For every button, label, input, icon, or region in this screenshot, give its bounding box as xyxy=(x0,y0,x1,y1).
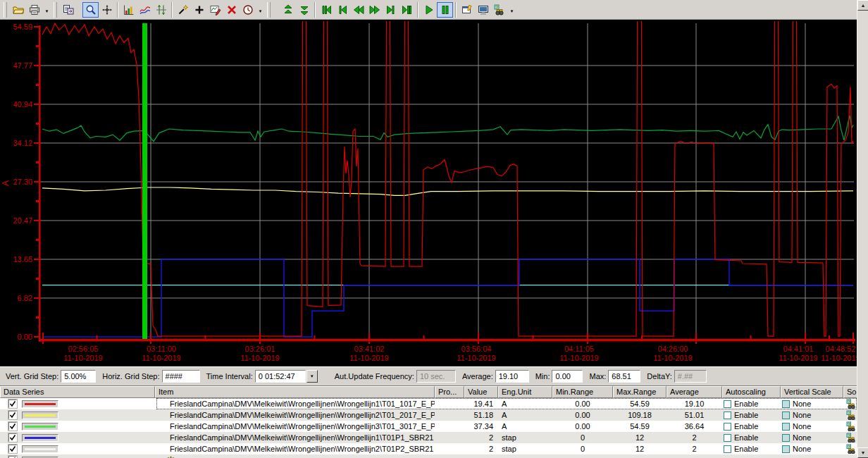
column-header-min-range[interactable]: Min.Range xyxy=(552,386,613,398)
check-icon xyxy=(9,400,16,407)
datasource-icon[interactable]: ? xyxy=(846,410,857,420)
y-tick-label: 13.65 xyxy=(13,255,32,264)
step-back-button[interactable] xyxy=(334,2,350,18)
table-row[interactable]: FrieslandCampina\DMV\Melkeiwit\Wrongelli… xyxy=(0,398,868,409)
vert-grid-step-field[interactable]: 5.00% xyxy=(61,370,96,383)
print-button[interactable] xyxy=(26,2,42,18)
trend-chart-area[interactable]: 54.5947.7740.9434.1227.3020.4713.656.820… xyxy=(0,20,868,366)
toolbar-grip xyxy=(4,2,7,18)
column-header-value[interactable]: Value xyxy=(464,386,498,398)
play-button[interactable] xyxy=(421,2,437,18)
datasource-icon[interactable]: ? xyxy=(846,421,857,431)
pan-icon xyxy=(101,4,113,16)
time-range-button[interactable] xyxy=(240,2,256,18)
max-range-cell: 12 xyxy=(613,432,666,443)
pan-mode-button[interactable] xyxy=(99,2,115,18)
step-forward-button[interactable] xyxy=(383,2,399,18)
eng-unit-cell xyxy=(498,454,552,458)
table-row[interactable] xyxy=(0,454,868,458)
x-tick-time: 04:41:01 xyxy=(783,345,814,353)
series-visibility-checkbox[interactable] xyxy=(8,400,17,408)
time-interval-field[interactable]: 0 01:52:47 xyxy=(255,370,306,383)
delete-series-button[interactable] xyxy=(223,2,240,18)
display-settings-button[interactable] xyxy=(475,2,491,18)
item-cell xyxy=(155,454,435,458)
datasource-icon[interactable]: ? xyxy=(846,433,857,442)
properties-icon xyxy=(461,4,473,16)
add-series-button[interactable] xyxy=(191,2,207,18)
vertical-scrollbar[interactable]: ▲ ▼ xyxy=(857,0,868,458)
table-header-row: Data SeriesItemPro...ValueEng.UnitMin.Ra… xyxy=(0,386,868,398)
vertical-scale-mode-button[interactable] xyxy=(153,2,169,18)
toolbar-more-dropdown-button[interactable]: ▼ xyxy=(507,2,516,18)
edit-chart-button[interactable] xyxy=(207,2,223,18)
series-visibility-checkbox[interactable] xyxy=(8,422,17,431)
column-header-pro-[interactable]: Pro... xyxy=(435,386,464,398)
properties-button[interactable] xyxy=(459,2,475,18)
chart-gallery-button[interactable] xyxy=(120,2,137,18)
y-axis-title: A xyxy=(1,180,11,186)
time-cursor[interactable] xyxy=(142,23,147,340)
find-tag-button[interactable]: ? xyxy=(491,2,507,18)
open-button[interactable] xyxy=(10,2,26,18)
scroll-down-icon xyxy=(299,4,310,16)
zoom-mode-button[interactable] xyxy=(82,2,99,18)
item-path: FrieslandCampina\DMV\Melkeiwit\Wrongelli… xyxy=(170,444,435,454)
vertical-scale-checkbox[interactable] xyxy=(782,400,790,408)
autoscaling-checkbox[interactable] xyxy=(724,411,731,419)
pause-button[interactable] xyxy=(437,2,453,18)
item-path: FrieslandCampina\DMV\Melkeiwit\Wrongelli… xyxy=(170,399,435,409)
series-visibility-checkbox[interactable] xyxy=(8,411,17,419)
autoscaling-checkbox[interactable] xyxy=(724,400,731,408)
series-visibility-checkbox[interactable] xyxy=(8,433,17,442)
rewind-button[interactable] xyxy=(350,2,366,18)
forward-button[interactable] xyxy=(366,2,383,18)
vertical-scale-checkbox[interactable] xyxy=(782,423,790,431)
time-interval-dropdown-button[interactable]: ▼ xyxy=(306,370,318,383)
jump-end-button[interactable] xyxy=(399,2,415,18)
export-report-button[interactable] xyxy=(60,2,76,18)
table-row[interactable]: FrieslandCampina\DMV\Melkeiwit\Wrongelli… xyxy=(0,432,868,443)
item-cell: FrieslandCampina\DMV\Melkeiwit\Wrongelli… xyxy=(155,398,435,409)
autoscaling-label: Enable xyxy=(734,410,758,421)
table-row[interactable]: FrieslandCampina\DMV\Melkeiwit\Wrongelli… xyxy=(0,409,868,421)
vertical-scale-checkbox[interactable] xyxy=(782,445,790,453)
chart-curves-button[interactable] xyxy=(137,2,153,18)
time-range-more-dropdown-button[interactable]: ▼ xyxy=(256,2,265,18)
autoscaling-checkbox[interactable] xyxy=(724,445,731,453)
datasource-icon[interactable]: ? xyxy=(846,399,857,409)
column-header-autoscaling[interactable]: Autoscaling xyxy=(722,386,781,398)
average-cell xyxy=(666,454,722,458)
column-header-eng-unit[interactable]: Eng.Unit xyxy=(498,386,552,398)
table-row[interactable]: FrieslandCampina\DMV\Melkeiwit\Wrongelli… xyxy=(0,443,868,454)
autoscaling-cell: Enable xyxy=(722,421,781,432)
edit-chart-icon xyxy=(210,4,221,16)
vertical-scale-checkbox[interactable] xyxy=(782,411,790,419)
table-row[interactable]: FrieslandCampina\DMV\Melkeiwit\Wrongelli… xyxy=(0,421,868,432)
scroll-chart-down-button[interactable] xyxy=(296,2,312,18)
autoscaling-checkbox[interactable] xyxy=(724,423,731,431)
file-more-dropdown-button[interactable]: ▼ xyxy=(42,2,51,18)
trend-plot[interactable]: 54.5947.7740.9434.1227.3020.4713.656.820… xyxy=(0,20,868,366)
scrollbar-down-button[interactable]: ▼ xyxy=(857,447,868,458)
column-header-vertical-scale[interactable]: Vertical Scale xyxy=(781,386,843,398)
max-range-cell: 12 xyxy=(613,443,666,454)
toolbar-grip xyxy=(54,2,57,18)
column-header-max-range[interactable]: Max.Range xyxy=(613,386,666,398)
horiz-grid-step-field[interactable]: #### xyxy=(162,370,200,383)
jump-start-button[interactable] xyxy=(318,2,334,18)
column-header-item[interactable]: Item xyxy=(155,386,435,398)
column-header-data-series[interactable]: Data Series xyxy=(0,386,155,398)
column-header-average[interactable]: Average xyxy=(666,386,722,398)
scrollbar-up-button[interactable]: ▲ xyxy=(857,0,868,11)
series-visibility-checkbox[interactable] xyxy=(8,445,17,453)
scroll-chart-up-button[interactable] xyxy=(280,2,296,18)
x-tick-date: 11-10-2019 xyxy=(63,354,102,362)
average-label: Average: xyxy=(462,372,493,380)
autoscaling-checkbox[interactable] xyxy=(724,434,731,442)
y-tick-label: 40.94 xyxy=(13,100,32,109)
datasource-icon[interactable]: ? xyxy=(846,444,857,454)
wizard-button[interactable] xyxy=(175,2,191,18)
vertical-scale-checkbox[interactable] xyxy=(782,434,790,442)
x-tick-date: 11-10-2019 xyxy=(779,354,817,362)
